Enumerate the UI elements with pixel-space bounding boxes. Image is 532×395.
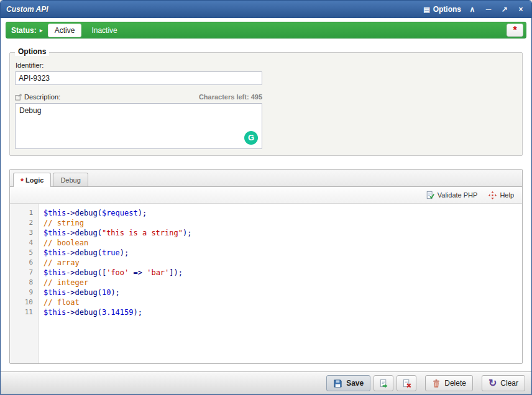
line-numbers: 1234567891011 [10, 204, 39, 363]
dialog-body: Options Identifier: Description: Charact… [1, 42, 531, 371]
minimize-button[interactable]: ─ [484, 4, 493, 14]
line-number: 1 [10, 208, 33, 218]
trash-icon [432, 379, 441, 388]
save-and-close-button[interactable] [397, 375, 416, 391]
arrow-right-icon: ▸ [40, 27, 43, 34]
code-token: // float [44, 298, 80, 307]
description-value: Debug [19, 106, 41, 115]
list-icon: ▤ [423, 6, 429, 14]
help-label: Help [500, 191, 514, 199]
grammarly-icon[interactable]: G [244, 131, 258, 145]
code-line: $this->debug($request); [44, 208, 522, 218]
code-token: $this [44, 248, 66, 257]
code-editor[interactable]: 1234567891011 $this->debug($request);// … [10, 204, 522, 363]
code-token: $this [44, 229, 66, 237]
popout-button[interactable]: ↗ [500, 4, 510, 14]
description-textarea[interactable]: Debug G [15, 103, 262, 149]
line-number: 6 [10, 258, 33, 268]
code-line: // array [44, 258, 522, 268]
code-token: $this [44, 308, 66, 317]
code-token: // integer [44, 278, 88, 287]
delete-button[interactable]: Delete [425, 375, 473, 391]
tabstrip: * Logic Debug [10, 170, 522, 187]
help-icon [488, 191, 497, 199]
save-and-close-icon [402, 379, 411, 388]
save-label: Save [346, 379, 364, 388]
clear-button[interactable]: ↻ Clear [482, 375, 525, 391]
status-active-button[interactable]: Active [48, 24, 82, 37]
line-number: 3 [10, 228, 33, 238]
line-number: 2 [10, 218, 33, 228]
line-number: 5 [10, 248, 33, 258]
code-token: ); [111, 288, 119, 297]
code-token: ); [120, 248, 129, 257]
code-token: 10 [102, 288, 111, 297]
code-token: ->debug( [66, 288, 102, 297]
save-button[interactable]: Save [326, 375, 370, 391]
required-fields-button[interactable]: * [507, 24, 523, 37]
code-token: $this [44, 268, 66, 277]
options-menu-button[interactable]: ▤ Options [423, 5, 461, 14]
code-token: 'bar' [147, 268, 169, 277]
minimize-icon: ─ [486, 5, 492, 14]
chevron-up-icon: ∧ [470, 5, 475, 14]
code-token: ->debug( [66, 209, 102, 217]
options-fieldset: Options Identifier: Description: Charact… [9, 52, 523, 156]
save-and-new-button[interactable] [374, 375, 393, 391]
logic-tabpanel: * Logic Debug Validate PHP [9, 169, 523, 364]
code-token: "this is a string" [102, 229, 183, 237]
help-button[interactable]: Help [486, 189, 516, 201]
description-label: Description: [24, 93, 60, 101]
line-number: 4 [10, 238, 33, 248]
validate-php-button[interactable]: Validate PHP [423, 189, 480, 201]
line-number: 10 [10, 297, 33, 307]
code-token: ]); [169, 268, 183, 277]
code-token: ); [138, 209, 147, 217]
save-and-new-icon [379, 379, 388, 388]
identifier-label: Identifier: [16, 61, 517, 69]
line-number: 9 [10, 288, 33, 297]
description-row: Description: Characters left: 495 [15, 93, 262, 101]
status-label: Status: [11, 26, 37, 35]
status-toolbar: Status: ▸ Active Inactive * [6, 22, 526, 39]
tab-debug-label: Debug [60, 176, 80, 184]
tab-debug[interactable]: Debug [53, 173, 88, 186]
options-menu-label: Options [433, 5, 461, 14]
tab-logic-label: Logic [25, 176, 44, 184]
validate-php-icon [426, 191, 434, 199]
code-token: ); [134, 308, 142, 317]
delete-label: Delete [444, 379, 466, 388]
code-token: 3.14159 [102, 308, 134, 317]
tab-logic[interactable]: * Logic [13, 173, 51, 187]
status-inactive-button[interactable]: Inactive [85, 24, 124, 37]
code-line: $this->debug(10); [44, 288, 522, 297]
code-token: // array [44, 258, 80, 267]
popout-icon: ↗ [502, 5, 508, 14]
code-line: $this->debug(true); [44, 248, 522, 258]
code-token: // boolean [44, 238, 88, 247]
code-line: $this->debug(3.14159); [44, 307, 522, 317]
code-line: // string [44, 218, 522, 228]
clear-label: Clear [500, 379, 518, 388]
code-line: $this->debug(['foo' => 'bar']); [44, 268, 522, 278]
options-legend: Options [15, 47, 49, 56]
footer-toolbar: Save [1, 371, 531, 394]
close-button[interactable]: × [516, 4, 526, 14]
titlebar[interactable]: Custom API ▤ Options ∧ ─ ↗ × [1, 1, 531, 18]
code-token: ->debug( [66, 248, 102, 257]
line-number: 8 [10, 278, 33, 288]
save-icon [333, 379, 342, 388]
refresh-icon: ↻ [488, 379, 497, 388]
collapse-button[interactable]: ∧ [467, 4, 477, 14]
identifier-input[interactable] [15, 71, 262, 85]
expand-editor-icon[interactable] [15, 94, 22, 101]
asterisk-icon: * [513, 25, 516, 35]
close-icon: × [518, 5, 523, 14]
code-line: $this->debug("this is a string"); [44, 228, 522, 238]
code-line: // float [44, 297, 522, 307]
asterisk-icon: * [21, 179, 24, 184]
code-token: 'foo' [106, 268, 129, 277]
code-token: $this [44, 209, 66, 217]
characters-left-counter: Characters left: 495 [199, 93, 262, 101]
code-token: ->debug( [66, 229, 102, 237]
